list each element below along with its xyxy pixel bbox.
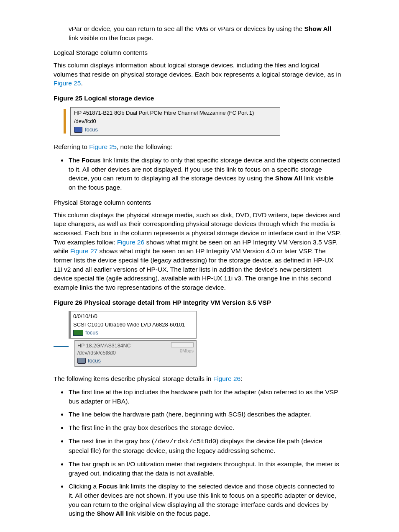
intro-bold: Show All bbox=[304, 25, 331, 32]
figure-26-title: Figure 26 Physical storage detail from H… bbox=[54, 298, 341, 307]
disk-icon bbox=[74, 127, 82, 133]
bullet-26-3: The first line in the gray box describes… bbox=[68, 423, 341, 432]
b25-1bold2: Show All bbox=[275, 175, 302, 182]
ref25-paragraph: Referring to Figure 25, note the followi… bbox=[54, 142, 341, 152]
physical-heading: Physical Storage column contents bbox=[54, 198, 341, 207]
fig26-focus2-link[interactable]: focus bbox=[88, 357, 101, 365]
phys-link2[interactable]: Figure 27 bbox=[70, 247, 97, 254]
ref25-link[interactable]: Figure 25 bbox=[89, 143, 116, 150]
fig26-focus1-link[interactable]: focus bbox=[85, 329, 98, 337]
ref26-paragraph: The following items describe physical st… bbox=[54, 374, 341, 383]
bullets-25: The Focus link limits the display to onl… bbox=[54, 156, 341, 192]
b26-6a: Clicking a bbox=[69, 483, 99, 490]
figure-25-title: Figure 25 Logical storage device bbox=[54, 94, 341, 103]
fig25-line2: /dev/fcd0 bbox=[74, 118, 276, 125]
io-meter-bar bbox=[171, 342, 194, 347]
b26-4code: /dev/rdsk/c5t8d0 bbox=[154, 438, 216, 445]
figure-25-box: HP 451871-B21 8Gb Dual Port PCIe Fibre C… bbox=[70, 107, 280, 136]
intro-a: vPar or device, you can return to see al… bbox=[69, 25, 304, 32]
figure-25: HP 451871-B21 8Gb Dual Port PCIe Fibre C… bbox=[64, 107, 341, 136]
phys-link1[interactable]: Figure 26 bbox=[117, 239, 144, 246]
ref25-a: Referring to bbox=[54, 143, 89, 150]
b26-6bold2: Show All bbox=[97, 510, 124, 517]
figure-26-adapter-box: 0/0/10/1/0 SCSI C1010 Ultra160 Wide LVD … bbox=[69, 311, 197, 339]
bullet-26-5: The bar graph is an I/O utilization mete… bbox=[68, 460, 341, 478]
b26-6c: link visible on the focus page. bbox=[124, 510, 210, 517]
bullet-26-6: Clicking a Focus link limits the display… bbox=[68, 482, 341, 518]
figure-25-connector bbox=[64, 109, 66, 134]
ref25-b: , note the following: bbox=[117, 143, 173, 150]
figure-26-device-box: 0Mbps HP 18.2GMAS3184NC /dev/rdsk/c5t8d0… bbox=[74, 340, 197, 367]
logical-p-a: This column displays information about l… bbox=[54, 62, 341, 78]
adapter-card-icon bbox=[73, 330, 83, 336]
b25-1a: The bbox=[69, 157, 82, 164]
bullet-26-1: The first line at the top includes the h… bbox=[68, 388, 341, 406]
logical-p-link[interactable]: Figure 25 bbox=[54, 80, 81, 87]
b26-4a: The next line in the gray box ( bbox=[69, 437, 154, 445]
intro-paragraph: vPar or device, you can return to see al… bbox=[69, 24, 341, 42]
logical-heading: Logical Storage column contents bbox=[54, 48, 341, 57]
disk-icon bbox=[77, 358, 86, 364]
figure-26: 0/0/10/1/0 SCSI C1010 Ultra160 Wide LVD … bbox=[54, 311, 341, 367]
io-meter-label: 0Mbps bbox=[171, 348, 194, 354]
bullet-26-2: The line below the hardware path (here, … bbox=[68, 410, 341, 419]
ref26-link[interactable]: Figure 26 bbox=[213, 375, 240, 382]
fig26-adapter: SCSI C1010 Ultra160 Wide LVD A6828-60101 bbox=[73, 321, 194, 329]
b26-6bold1: Focus bbox=[99, 483, 118, 490]
figure-26-connector bbox=[54, 346, 69, 347]
fig26-hwpath: 0/0/10/1/0 bbox=[73, 313, 194, 320]
fig25-line1: HP 451871-B21 8Gb Dual Port PCIe Fibre C… bbox=[74, 109, 276, 117]
intro-c: link visible on the focus page. bbox=[69, 34, 153, 41]
physical-paragraph: This column displays the physical storag… bbox=[54, 211, 341, 292]
io-meter: 0Mbps bbox=[171, 342, 194, 354]
logical-p-end: . bbox=[81, 80, 82, 87]
logical-paragraph: This column displays information about l… bbox=[54, 61, 341, 88]
ref26-b: : bbox=[240, 375, 242, 382]
b25-1bold1: Focus bbox=[82, 157, 101, 164]
bullet-26-4: The next line in the gray box (/dev/rdsk… bbox=[68, 437, 341, 455]
bullets-26: The first line at the top includes the h… bbox=[54, 388, 341, 518]
ref26-a: The following items describe physical st… bbox=[54, 375, 213, 382]
bullet-25-1: The Focus link limits the display to onl… bbox=[68, 156, 341, 192]
fig25-focus-link[interactable]: focus bbox=[85, 126, 98, 134]
